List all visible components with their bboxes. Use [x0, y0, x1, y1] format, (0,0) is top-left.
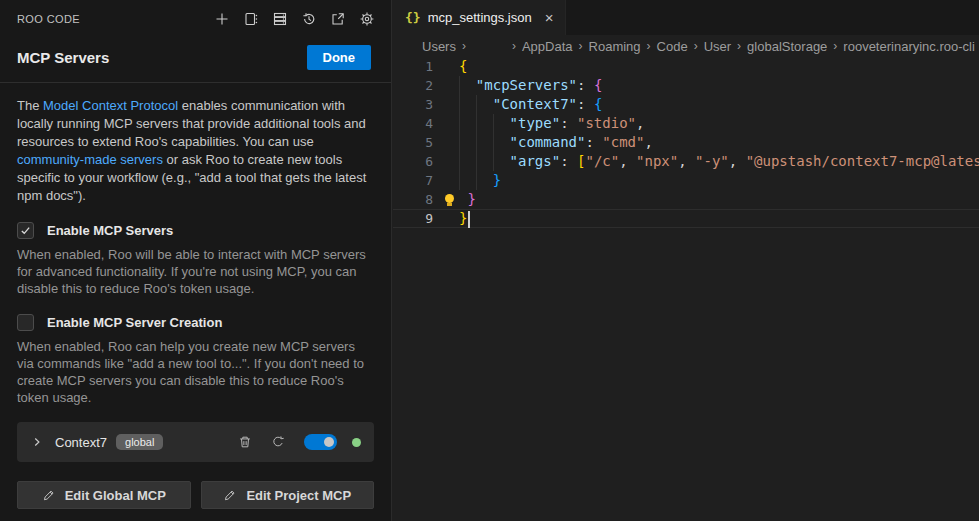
code-token: "stdio": [577, 115, 636, 131]
open-external-icon[interactable]: [328, 9, 348, 29]
intro-text-pre: The: [17, 98, 43, 113]
edit-global-mcp-label: Edit Global MCP: [65, 488, 166, 503]
server-name: Context7: [55, 435, 107, 450]
close-icon[interactable]: ×: [545, 10, 554, 25]
lightbulb-icon[interactable]: [445, 194, 454, 203]
line-content: "mcpServers": {: [459, 76, 602, 95]
breadcrumb-separator: ›: [647, 39, 651, 53]
code-token: "mcpServers": [476, 77, 577, 93]
model-context-protocol-link[interactable]: Model Context Protocol: [43, 98, 178, 113]
enable-mcp-creation-label: Enable MCP Server Creation: [47, 315, 222, 330]
line-content: }: [459, 171, 501, 190]
code-token: :: [577, 77, 594, 93]
code-token: :: [577, 96, 594, 112]
page-header: MCP Servers Done: [0, 33, 391, 82]
enable-mcp-servers-row: Enable MCP Servers: [17, 222, 374, 239]
plus-icon[interactable]: [212, 9, 232, 29]
breadcrumb-item[interactable]: User: [704, 39, 731, 54]
code-token: :: [560, 115, 577, 131]
breadcrumb-item[interactable]: Users: [422, 39, 456, 54]
code-token: "command": [510, 134, 586, 150]
code-line: 2 "mcpServers": {: [393, 76, 979, 95]
trash-icon[interactable]: [238, 435, 252, 449]
intro-paragraph: The Model Context Protocol enables commu…: [17, 97, 374, 205]
code-token: ,: [619, 153, 636, 169]
line-number: 7: [393, 171, 433, 190]
tab-filename: mcp_settings.json: [428, 10, 532, 25]
history-icon[interactable]: [299, 9, 319, 29]
indent-guide: [476, 171, 477, 190]
toggle-knob: [324, 437, 334, 447]
code-token: "args": [510, 153, 561, 169]
code-token: :: [585, 134, 602, 150]
community-made-servers-link[interactable]: community-made servers: [17, 152, 163, 167]
code-line: 7 }: [393, 171, 979, 190]
code-token: :: [560, 153, 577, 169]
breadcrumb-separator: ›: [833, 39, 837, 53]
code-line: 6 "args": ["/c", "npx", "-y", "@upstash/…: [393, 152, 979, 171]
sidebar-header: ROO CODE: [0, 0, 391, 33]
code-token: "Context7": [493, 96, 577, 112]
done-button[interactable]: Done: [307, 45, 372, 70]
line-content: "args": ["/c", "npx", "-y", "@upstash/co…: [459, 152, 979, 171]
line-content: "Context7": {: [459, 95, 602, 114]
breadcrumb-separator: ›: [579, 39, 583, 53]
line-number: 4: [393, 114, 433, 133]
notebook-icon[interactable]: [241, 9, 261, 29]
refresh-icon[interactable]: [271, 435, 285, 449]
breadcrumb-item[interactable]: rooveterinaryinc.roo-cli: [843, 39, 975, 54]
server-icon[interactable]: [270, 9, 290, 29]
breadcrumb-item[interactable]: Roaming: [589, 39, 641, 54]
indent-guide: [459, 95, 460, 114]
extension-title: ROO CODE: [17, 13, 80, 25]
edit-project-mcp-button[interactable]: Edit Project MCP: [201, 481, 375, 509]
line-number: 8: [393, 190, 433, 209]
line-number: 2: [393, 76, 433, 95]
code-line: 5 "command": "cmd",: [393, 133, 979, 152]
line-content: "type": "stdio",: [459, 114, 644, 133]
indent-guide: [459, 133, 460, 152]
breadcrumb-separator: ›: [737, 39, 741, 53]
edit-project-mcp-label: Edit Project MCP: [246, 488, 351, 503]
server-status-dot: [352, 438, 361, 447]
line-number: 1: [393, 57, 433, 76]
editor-tab-bar: {} mcp_settings.json ×: [393, 0, 979, 35]
enable-mcp-creation-description: When enabled, Roo can help you create ne…: [17, 338, 374, 406]
page-title: MCP Servers: [17, 49, 109, 66]
code-token: }: [467, 191, 475, 207]
mcp-server-row-context7: Context7 global: [17, 422, 374, 462]
code-editor[interactable]: 1{2 "mcpServers": {3 "Context7": {4 "typ…: [393, 57, 979, 228]
enable-mcp-creation-row: Enable MCP Server Creation: [17, 314, 374, 331]
code-token: ,: [644, 134, 652, 150]
code-token: {: [459, 58, 467, 74]
code-line: 8 }: [393, 190, 979, 209]
enable-mcp-servers-checkbox[interactable]: [17, 222, 34, 239]
chevron-right-icon[interactable]: [30, 435, 44, 449]
indent-guide: [493, 152, 494, 171]
server-enabled-toggle[interactable]: [304, 434, 337, 450]
indent-guide: [493, 114, 494, 133]
indent-guide: [476, 95, 477, 114]
edit-global-mcp-button[interactable]: Edit Global MCP: [17, 481, 191, 509]
breadcrumb-item[interactable]: AppData: [522, 39, 573, 54]
server-scope-badge: global: [116, 434, 163, 450]
breadcrumb-separator: ›: [512, 39, 516, 53]
enable-mcp-servers-label: Enable MCP Servers: [47, 223, 173, 238]
code-token: ,: [636, 115, 644, 131]
code-token: "type": [510, 115, 561, 131]
code-token: "npx": [636, 153, 678, 169]
roo-code-sidebar: ROO CODE: [0, 0, 392, 521]
tab-mcp-settings-json[interactable]: {} mcp_settings.json ×: [393, 0, 566, 35]
indent-guide: [493, 133, 494, 152]
code-token: "@upstash/context7-mcp@latest": [746, 153, 979, 169]
breadcrumb-item[interactable]: Code: [657, 39, 688, 54]
code-line: 1{: [393, 57, 979, 76]
enable-mcp-creation-checkbox[interactable]: [17, 314, 34, 331]
breadcrumb-separator: ›: [694, 39, 698, 53]
code-token: ,: [678, 153, 695, 169]
check-icon: [19, 224, 32, 237]
edit-buttons-row: Edit Global MCP Edit Project MCP: [17, 481, 374, 509]
breadcrumb-item[interactable]: globalStorage: [747, 39, 827, 54]
code-token: "/c": [585, 153, 619, 169]
gear-icon[interactable]: [357, 9, 377, 29]
